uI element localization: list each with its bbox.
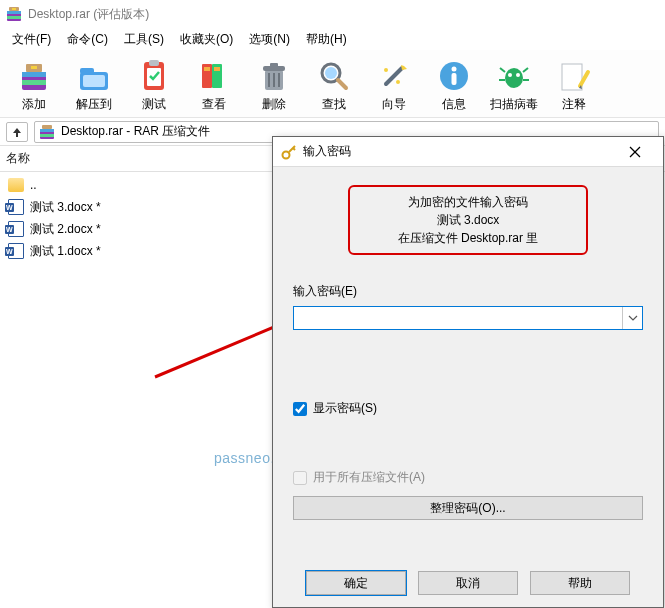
tool-wizard[interactable]: 向导 bbox=[364, 54, 424, 117]
dialog-title: 输入密码 bbox=[303, 143, 351, 160]
hint-line3: 在压缩文件 Desktop.rar 里 bbox=[358, 229, 578, 247]
for-all-input[interactable] bbox=[293, 471, 307, 485]
for-all-checkbox[interactable]: 用于所有压缩文件(A) bbox=[293, 469, 643, 486]
menu-options[interactable]: 选项(N) bbox=[241, 29, 298, 50]
info-icon bbox=[436, 58, 472, 94]
toolbar: 添加 解压到 测试 查看 删除 查找 向导 bbox=[0, 50, 665, 118]
up-button[interactable] bbox=[6, 122, 28, 142]
dialog-titlebar: 输入密码 bbox=[273, 137, 663, 167]
tool-find-label: 查找 bbox=[322, 96, 346, 113]
svg-point-36 bbox=[505, 68, 523, 88]
svg-line-28 bbox=[338, 80, 346, 88]
tool-scan[interactable]: 扫描病毒 bbox=[484, 54, 544, 117]
svg-line-54 bbox=[293, 148, 295, 150]
help-button[interactable]: 帮助 bbox=[530, 571, 630, 595]
svg-rect-48 bbox=[40, 134, 54, 137]
tool-test-label: 测试 bbox=[142, 96, 166, 113]
svg-rect-9 bbox=[31, 66, 37, 69]
menu-file[interactable]: 文件(F) bbox=[4, 29, 59, 50]
password-combo bbox=[293, 306, 643, 330]
dropdown-button[interactable] bbox=[622, 307, 642, 329]
hint-line2: 测试 3.docx bbox=[358, 211, 578, 229]
svg-rect-49 bbox=[42, 125, 52, 129]
scan-icon bbox=[496, 58, 532, 94]
hint-box: 为加密的文件输入密码 测试 3.docx 在压缩文件 Desktop.rar 里 bbox=[348, 185, 588, 255]
password-input[interactable] bbox=[294, 307, 622, 329]
tool-scan-label: 扫描病毒 bbox=[490, 96, 538, 113]
file-name: .. bbox=[30, 178, 37, 192]
file-name: 测试 1.docx * bbox=[30, 243, 101, 260]
wizard-icon bbox=[376, 58, 412, 94]
svg-point-31 bbox=[384, 68, 388, 72]
svg-point-32 bbox=[396, 80, 400, 84]
svg-rect-6 bbox=[22, 72, 46, 77]
show-password-checkbox[interactable]: 显示密码(S) bbox=[293, 400, 643, 417]
password-dialog: 输入密码 为加密的文件输入密码 测试 3.docx 在压缩文件 Desktop.… bbox=[272, 136, 664, 608]
test-icon bbox=[136, 58, 172, 94]
menu-commands[interactable]: 命令(C) bbox=[59, 29, 116, 50]
delete-icon bbox=[256, 58, 292, 94]
svg-marker-30 bbox=[401, 65, 407, 70]
svg-point-38 bbox=[516, 73, 520, 77]
svg-rect-19 bbox=[214, 67, 220, 71]
svg-line-39 bbox=[500, 68, 505, 72]
svg-rect-11 bbox=[80, 68, 94, 74]
dialog-button-row: 确定 取消 帮助 bbox=[273, 571, 663, 595]
column-name: 名称 bbox=[6, 150, 30, 167]
svg-rect-47 bbox=[40, 129, 54, 132]
docx-icon bbox=[8, 199, 24, 215]
cancel-button[interactable]: 取消 bbox=[418, 571, 518, 595]
password-label: 输入密码(E) bbox=[293, 283, 643, 300]
menu-tools[interactable]: 工具(S) bbox=[116, 29, 172, 50]
close-icon bbox=[629, 146, 641, 158]
svg-rect-35 bbox=[452, 73, 457, 85]
window-titlebar: Desktop.rar (评估版本) bbox=[0, 0, 665, 28]
tool-add-label: 添加 bbox=[22, 96, 46, 113]
file-name: 测试 3.docx * bbox=[30, 199, 101, 216]
show-password-label: 显示密码(S) bbox=[313, 400, 377, 417]
show-password-input[interactable] bbox=[293, 402, 307, 416]
hint-line1: 为加密的文件输入密码 bbox=[358, 193, 578, 211]
tool-extract[interactable]: 解压到 bbox=[64, 54, 124, 117]
menu-help[interactable]: 帮助(H) bbox=[298, 29, 355, 50]
dialog-close-button[interactable] bbox=[615, 138, 655, 166]
file-name: 测试 2.docx * bbox=[30, 221, 101, 238]
svg-point-27 bbox=[325, 67, 337, 79]
svg-rect-7 bbox=[22, 80, 46, 85]
svg-point-37 bbox=[508, 73, 512, 77]
docx-icon bbox=[8, 243, 24, 259]
tool-delete[interactable]: 删除 bbox=[244, 54, 304, 117]
window-title: Desktop.rar (评估版本) bbox=[28, 6, 149, 23]
find-icon bbox=[316, 58, 352, 94]
svg-rect-12 bbox=[83, 75, 105, 87]
folder-icon bbox=[8, 178, 24, 192]
comment-icon bbox=[556, 58, 592, 94]
svg-rect-22 bbox=[270, 63, 278, 67]
menu-fav[interactable]: 收藏夹(O) bbox=[172, 29, 241, 50]
for-all-label: 用于所有压缩文件(A) bbox=[313, 469, 425, 486]
tool-view[interactable]: 查看 bbox=[184, 54, 244, 117]
view-icon bbox=[196, 58, 232, 94]
tool-wizard-label: 向导 bbox=[382, 96, 406, 113]
menu-bar: 文件(F) 命令(C) 工具(S) 收藏夹(O) 选项(N) 帮助(H) bbox=[0, 28, 665, 50]
organize-passwords-button[interactable]: 整理密码(O)... bbox=[293, 496, 643, 520]
tool-delete-label: 删除 bbox=[262, 96, 286, 113]
key-icon bbox=[281, 144, 297, 160]
tool-info[interactable]: 信息 bbox=[424, 54, 484, 117]
svg-rect-1 bbox=[7, 11, 21, 14]
tool-info-label: 信息 bbox=[442, 96, 466, 113]
svg-point-52 bbox=[283, 151, 290, 158]
path-text: Desktop.rar - RAR 压缩文件 bbox=[61, 123, 210, 140]
tool-find[interactable]: 查找 bbox=[304, 54, 364, 117]
svg-point-34 bbox=[452, 67, 457, 72]
ok-button[interactable]: 确定 bbox=[306, 571, 406, 595]
add-icon bbox=[16, 58, 52, 94]
svg-rect-2 bbox=[7, 16, 21, 19]
tool-view-label: 查看 bbox=[202, 96, 226, 113]
tool-add[interactable]: 添加 bbox=[4, 54, 64, 117]
rar-icon-small bbox=[39, 124, 55, 140]
chevron-down-icon bbox=[628, 315, 638, 321]
tool-comment[interactable]: 注释 bbox=[544, 54, 604, 117]
svg-rect-15 bbox=[149, 60, 159, 66]
tool-test[interactable]: 测试 bbox=[124, 54, 184, 117]
